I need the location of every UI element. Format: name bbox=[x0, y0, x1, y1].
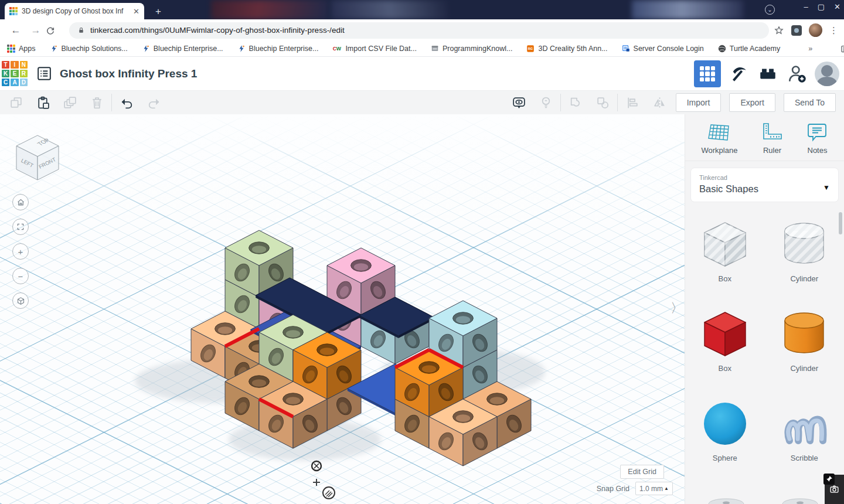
fit-view-button[interactable] bbox=[12, 219, 29, 235]
origin-marker bbox=[312, 461, 335, 499]
shape-label: Box bbox=[719, 364, 731, 373]
apps-shortcut[interactable]: Apps bbox=[7, 45, 36, 53]
sidebar-scrollbar[interactable] bbox=[839, 212, 842, 234]
shape-item-box-2[interactable]: Box bbox=[698, 307, 752, 373]
tinkercad-logo[interactable]: TINKERCAD bbox=[1, 60, 28, 87]
undo-icon[interactable] bbox=[113, 93, 140, 113]
bookmark-item[interactable]: Turtle Academy bbox=[718, 45, 780, 53]
perspective-toggle-button[interactable] bbox=[12, 292, 29, 309]
design-menu-icon[interactable] bbox=[36, 66, 52, 81]
media-controls-icon[interactable]: ⌄ bbox=[765, 5, 775, 15]
bookmark-label: Turtle Academy bbox=[730, 45, 780, 53]
invite-collaborator-icon[interactable] bbox=[785, 62, 809, 86]
3d-viewport[interactable]: TOP LEFT FRONT + − 〉 Edit Grid Snap Grid… bbox=[0, 114, 685, 504]
bookmark-item[interactable]: Bluechip Enterprise... bbox=[142, 45, 223, 53]
new-tab-button[interactable]: + bbox=[151, 5, 165, 19]
toolbar-divider bbox=[111, 94, 112, 111]
bricks-icon[interactable] bbox=[756, 62, 780, 86]
glass-box-thumbnail[interactable] bbox=[698, 217, 752, 271]
copy-icon bbox=[2, 93, 29, 113]
shape-item-cylinder-1[interactable]: Cylinder bbox=[777, 217, 831, 283]
shape-item-scribble-5[interactable]: Scribble bbox=[777, 396, 831, 462]
reading-list-button[interactable]: Reading list bbox=[840, 45, 844, 53]
home-view-button[interactable] bbox=[12, 194, 29, 210]
tinkercad-favicon bbox=[9, 7, 18, 15]
caret-up-icon: ▲ bbox=[664, 486, 669, 491]
toolbar-divider bbox=[617, 94, 618, 111]
notes-tool[interactable]: Notes bbox=[806, 122, 828, 155]
cw-favicon: CW bbox=[332, 45, 342, 53]
ungroup-icon bbox=[589, 93, 616, 113]
bookmark-star-icon[interactable] bbox=[774, 25, 784, 36]
bookmarks-overflow-icon[interactable]: » bbox=[808, 45, 812, 53]
bookmark-label: Server Console Login bbox=[634, 45, 704, 53]
export-button[interactable]: Export bbox=[729, 93, 775, 112]
window-minimize-button[interactable]: – bbox=[804, 2, 808, 11]
shape-label: Cylinder bbox=[790, 364, 818, 373]
orange-cylinder-thumbnail[interactable] bbox=[777, 307, 831, 360]
extension-icon[interactable] bbox=[791, 25, 802, 36]
redo-icon bbox=[140, 93, 167, 113]
sidebar-collapse-chevron[interactable]: 〉 bbox=[671, 299, 683, 317]
shape-library-dropdown[interactable]: Tinkercad Basic Shapes ▼ bbox=[691, 168, 838, 202]
bookmark-item[interactable]: ProgrammingKnowl... bbox=[431, 45, 513, 53]
bookmark-item[interactable]: CWImport CSV File Dat... bbox=[332, 45, 417, 53]
zoom-in-button[interactable]: + bbox=[12, 243, 29, 260]
snap-grid-value: 1.0 mm bbox=[639, 485, 663, 493]
send-to-button[interactable]: Send To bbox=[784, 93, 836, 112]
back-button[interactable]: ← bbox=[6, 25, 26, 36]
workplane-tool[interactable]: Workplane bbox=[702, 122, 738, 155]
bookmark-item[interactable]: Server Console Login bbox=[622, 45, 704, 53]
ruler-icon bbox=[760, 122, 784, 142]
align-icon bbox=[619, 93, 646, 113]
red-box-thumbnail[interactable] bbox=[698, 307, 752, 360]
logo-tile: E bbox=[11, 70, 18, 77]
globe-favicon bbox=[718, 45, 726, 53]
minecraft-pickaxe-icon[interactable] bbox=[727, 62, 750, 86]
snap-grid-label: Snap Grid bbox=[597, 485, 629, 493]
browser-profile-avatar[interactable] bbox=[809, 23, 822, 37]
model-group bbox=[135, 230, 545, 466]
bookmark-label: ProgrammingKnowl... bbox=[443, 45, 513, 53]
scribble-thumbnail[interactable] bbox=[777, 396, 831, 450]
profile-avatar[interactable] bbox=[815, 62, 839, 86]
pin-icon[interactable] bbox=[823, 474, 835, 485]
forward-button[interactable]: → bbox=[26, 25, 46, 36]
browser-menu-icon[interactable]: ⋮ bbox=[829, 25, 838, 36]
shape-label: Box bbox=[719, 274, 731, 283]
bookmark-item[interactable]: BG3D Creality 5th Ann... bbox=[526, 45, 607, 53]
show-hide-icon[interactable] bbox=[505, 93, 532, 113]
glass-cylinder-thumbnail[interactable] bbox=[777, 217, 831, 271]
workplane-icon bbox=[706, 122, 732, 142]
camera-icon[interactable] bbox=[829, 484, 839, 494]
blocks-view-button[interactable] bbox=[694, 60, 721, 87]
shape-item-box-0[interactable]: Box bbox=[698, 217, 752, 283]
shape-item-sphere-4[interactable]: Sphere bbox=[698, 396, 752, 462]
logo-tile: I bbox=[11, 61, 18, 69]
browser-tab[interactable]: 3D design Copy of Ghost box Inf ✕ bbox=[5, 3, 144, 19]
design-title[interactable]: Ghost box Infinity Press 1 bbox=[60, 67, 197, 80]
view-cube[interactable]: TOP LEFT FRONT bbox=[11, 131, 64, 185]
bookmark-item[interactable]: Bluechip Solutions... bbox=[50, 45, 128, 53]
tab-close-icon[interactable]: ✕ bbox=[133, 7, 139, 16]
paste-icon[interactable] bbox=[29, 93, 56, 113]
edit-grid-button[interactable]: Edit Grid bbox=[620, 465, 664, 479]
library-value: Basic Shapes bbox=[699, 183, 830, 195]
browser-tab-strip: 3D design Copy of Ghost box Inf ✕ + ⌄ – … bbox=[0, 0, 844, 19]
reload-button[interactable] bbox=[46, 26, 66, 35]
snap-grid-dropdown[interactable]: 1.0 mm ▲ bbox=[635, 482, 673, 495]
shape-item-cylinder-3[interactable]: Cylinder bbox=[777, 307, 831, 373]
bluechip-favicon bbox=[50, 45, 58, 53]
ruler-tool[interactable]: Ruler bbox=[760, 122, 784, 155]
window-maximize-button[interactable]: ▢ bbox=[818, 2, 825, 11]
zoom-out-button[interactable]: − bbox=[12, 268, 29, 284]
url-bar[interactable]: tinkercad.com/things/0UuMFwimlar-copy-of… bbox=[69, 22, 769, 39]
apps-label: Apps bbox=[19, 45, 36, 53]
model-scene[interactable] bbox=[0, 114, 685, 504]
shapes-sidebar: WorkplaneRulerNotes Tinkercad Basic Shap… bbox=[685, 114, 844, 504]
tab-title: 3D design Copy of Ghost box Inf bbox=[22, 7, 129, 15]
window-close-button[interactable]: ✕ bbox=[834, 2, 840, 11]
import-button[interactable]: Import bbox=[676, 93, 722, 112]
sphere-thumbnail[interactable] bbox=[698, 396, 752, 450]
bookmark-item[interactable]: Bluechip Enterprise... bbox=[237, 45, 319, 53]
